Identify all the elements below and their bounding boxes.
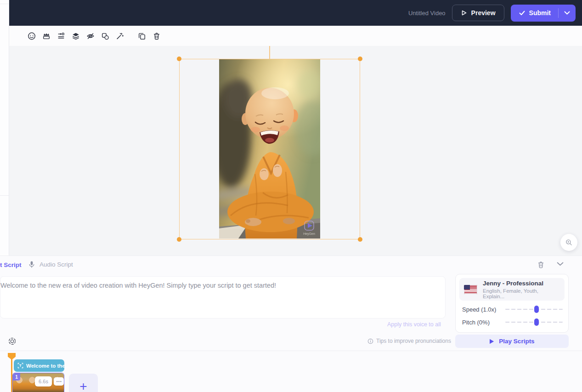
- magic-wand-icon[interactable]: [116, 32, 124, 40]
- script-tabs: t Script Audio Script: [0, 260, 582, 272]
- object-toolbar: [9, 26, 582, 46]
- playhead-line: [11, 359, 12, 392]
- pitch-slider[interactable]: [505, 322, 563, 323]
- video-title[interactable]: Untitled Video: [408, 10, 446, 17]
- timeline-script-clip-label: Welcome to the...: [26, 363, 69, 369]
- hide-icon[interactable]: [86, 32, 95, 40]
- script-text-input[interactable]: Welcome to the new era of video creation…: [0, 276, 446, 318]
- layers-icon[interactable]: [72, 32, 80, 40]
- play-scripts-button[interactable]: Play Scripts: [455, 335, 569, 348]
- magnifier-icon: [565, 239, 572, 246]
- selection-handle-bottom-left[interactable]: [177, 237, 181, 242]
- copy-icon[interactable]: [138, 32, 146, 40]
- selection-bounding-box[interactable]: [179, 59, 360, 239]
- adjust-icon[interactable]: [57, 32, 65, 40]
- microphone-icon: [28, 261, 35, 268]
- tab-text-script[interactable]: t Script: [0, 261, 22, 268]
- pitch-slider-row: Pitch (0%): [462, 318, 563, 326]
- play-outline-icon: [461, 10, 467, 16]
- sidebar-edge: [0, 0, 9, 256]
- avatar-icon[interactable]: [42, 32, 51, 40]
- submit-dropdown-button[interactable]: [559, 5, 576, 22]
- selection-handle-top-left[interactable]: [177, 57, 181, 61]
- play-scripts-label: Play Scripts: [499, 338, 534, 345]
- gpt-script-icon[interactable]: [8, 337, 17, 346]
- pronunciation-tips-link[interactable]: Tips to improve pronunciations: [367, 338, 451, 344]
- emoji-icon[interactable]: [28, 32, 36, 40]
- clip-more-button[interactable]: ⋯: [54, 377, 64, 386]
- shapes-icon[interactable]: [101, 32, 109, 40]
- timeline-video-clip[interactable]: 1 6.6s ⋯: [12, 373, 64, 392]
- add-scene-button[interactable]: +: [69, 374, 98, 392]
- submit-label: Submit: [529, 9, 551, 17]
- sidebar-divider: [0, 195, 9, 196]
- top-navbar: Untitled Video Preview Submit: [9, 0, 582, 26]
- speed-slider[interactable]: [505, 309, 563, 310]
- submit-button[interactable]: Submit: [511, 5, 558, 22]
- voice-name: Jenny - Professional: [483, 280, 560, 287]
- speed-slider-row: Speed (1.0x): [462, 305, 563, 313]
- timeline-script-clip[interactable]: Welcome to the...: [14, 359, 64, 372]
- chevron-down-icon: [564, 11, 570, 15]
- voice-tags: English, Female, Youth, Explain...: [483, 288, 560, 299]
- app-window: Untitled Video Preview Submit: [0, 0, 582, 392]
- preview-label: Preview: [471, 9, 496, 17]
- tab-audio-script-label: Audio Script: [40, 261, 73, 268]
- tab-audio-script[interactable]: Audio Script: [28, 261, 73, 268]
- collapse-panel-icon[interactable]: [557, 262, 564, 266]
- script-text: Welcome to the new era of video creation…: [0, 281, 439, 290]
- tips-label: Tips to improve pronunciations: [376, 338, 451, 344]
- timeline-divider: [0, 351, 582, 351]
- speed-label: Speed (1.0x): [462, 306, 505, 313]
- check-icon: [519, 11, 525, 16]
- delete-icon[interactable]: [153, 32, 161, 40]
- speed-slider-handle[interactable]: [534, 306, 539, 313]
- voice-settings-card: Jenny - Professional English, Female, Yo…: [455, 274, 569, 333]
- preview-button[interactable]: Preview: [452, 5, 504, 21]
- delete-script-icon[interactable]: [537, 261, 545, 269]
- sidebar-divider: [0, 4, 9, 4]
- selection-rotate-stem: [269, 46, 270, 59]
- play-icon: [489, 339, 494, 344]
- voice-selector[interactable]: Jenny - Professional English, Female, Yo…: [459, 278, 565, 301]
- us-flag-icon: [464, 285, 477, 294]
- scene-number-badge: 1: [13, 373, 20, 381]
- text-select-icon: [17, 363, 23, 369]
- submit-button-group: Submit: [511, 5, 576, 22]
- script-panel: t Script Audio Script Welcome to the new…: [0, 256, 582, 392]
- canvas-zoom-button[interactable]: [560, 234, 577, 251]
- selection-handle-top-right[interactable]: [358, 57, 362, 61]
- pitch-slider-handle[interactable]: [534, 318, 539, 326]
- pitch-label: Pitch (0%): [462, 319, 505, 326]
- selection-handle-bottom-right[interactable]: [358, 237, 362, 242]
- info-icon: [367, 338, 373, 344]
- apply-voice-to-all-link[interactable]: Apply this voice to all: [387, 321, 441, 328]
- clip-duration-badge: 6.6s: [35, 376, 52, 386]
